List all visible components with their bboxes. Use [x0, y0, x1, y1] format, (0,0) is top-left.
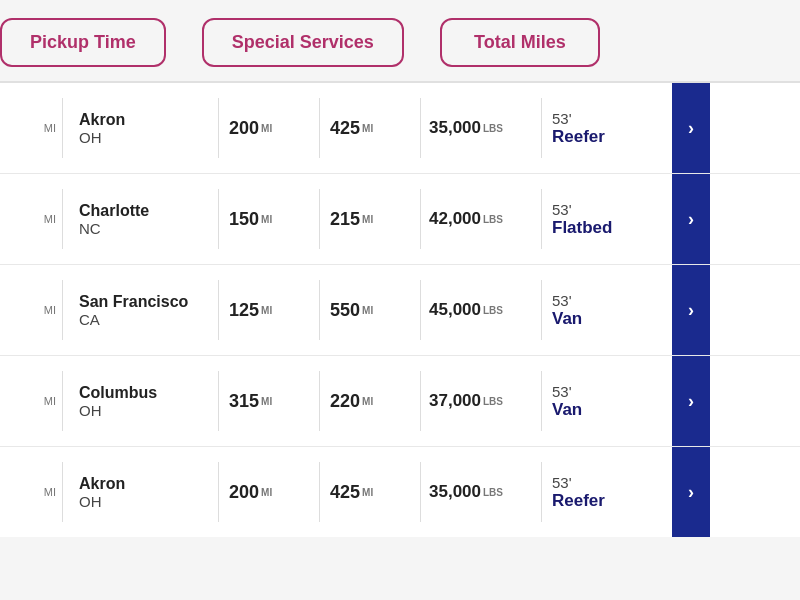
cell-destination: San Francisco CA [63, 279, 218, 342]
trailer-type: Flatbed [552, 218, 612, 238]
trailer-size: 53' [552, 474, 572, 491]
row-action-button[interactable]: › [672, 265, 710, 355]
weight-value: 35,000 [429, 482, 481, 502]
table-row: MI Charlotte NC 150 MI 215 MI 42,000 LBS… [0, 174, 800, 265]
miles2-value: 215 [330, 209, 360, 230]
cell-destination: Columbus OH [63, 370, 218, 433]
chevron-right-icon: › [688, 209, 694, 230]
cell-left-miles: MI [0, 381, 62, 421]
cell-trailer: 53' Reefer [542, 96, 672, 161]
trailer-size: 53' [552, 292, 572, 309]
destination-city: Charlotte [79, 202, 149, 220]
cell-trailer: 53' Flatbed [542, 187, 672, 252]
weight-unit: LBS [483, 123, 503, 134]
weight-unit: LBS [483, 305, 503, 316]
left-miles-unit: MI [44, 213, 56, 225]
cell-miles1: 200 MI [219, 468, 319, 517]
miles2-unit: MI [362, 123, 373, 134]
cell-miles2: 215 MI [320, 195, 420, 244]
table-row: MI Akron OH 200 MI 425 MI 35,000 LBS 53'… [0, 447, 800, 537]
chevron-right-icon: › [688, 300, 694, 321]
cell-miles1: 125 MI [219, 286, 319, 335]
row-action-button[interactable]: › [672, 356, 710, 446]
cell-destination: Akron OH [63, 97, 218, 160]
trailer-type: Van [552, 309, 582, 329]
destination-state: CA [79, 311, 100, 328]
cell-trailer: 53' Reefer [542, 460, 672, 525]
destination-state: OH [79, 129, 102, 146]
row-action-button[interactable]: › [672, 83, 710, 173]
miles1-value: 200 [229, 482, 259, 503]
miles2-value: 425 [330, 118, 360, 139]
cell-left-miles: MI [0, 290, 62, 330]
left-miles-unit: MI [44, 395, 56, 407]
destination-city: Columbus [79, 384, 157, 402]
table-row: MI San Francisco CA 125 MI 550 MI 45,000… [0, 265, 800, 356]
cell-weight: 35,000 LBS [421, 468, 541, 516]
trailer-size: 53' [552, 110, 572, 127]
chevron-right-icon: › [688, 482, 694, 503]
header-tabs: Pickup Time Special Services Total Miles [0, 0, 800, 83]
left-miles-unit: MI [44, 486, 56, 498]
destination-city: San Francisco [79, 293, 188, 311]
weight-unit: LBS [483, 487, 503, 498]
cell-left-miles: MI [0, 199, 62, 239]
miles1-value: 315 [229, 391, 259, 412]
cell-weight: 42,000 LBS [421, 195, 541, 243]
row-action-button[interactable]: › [672, 174, 710, 264]
table-container: MI Akron OH 200 MI 425 MI 35,000 LBS 53'… [0, 83, 800, 537]
cell-trailer: 53' Van [542, 369, 672, 434]
cell-miles2: 550 MI [320, 286, 420, 335]
weight-value: 35,000 [429, 118, 481, 138]
miles1-value: 200 [229, 118, 259, 139]
weight-unit: LBS [483, 214, 503, 225]
trailer-type: Reefer [552, 127, 605, 147]
miles1-unit: MI [261, 305, 272, 316]
left-miles-unit: MI [44, 304, 56, 316]
miles1-unit: MI [261, 214, 272, 225]
destination-state: NC [79, 220, 101, 237]
miles2-unit: MI [362, 487, 373, 498]
miles1-unit: MI [261, 487, 272, 498]
cell-left-miles: MI [0, 108, 62, 148]
chevron-right-icon: › [688, 118, 694, 139]
weight-value: 45,000 [429, 300, 481, 320]
cell-miles2: 425 MI [320, 468, 420, 517]
weight-value: 37,000 [429, 391, 481, 411]
destination-city: Akron [79, 111, 125, 129]
tab-special-services[interactable]: Special Services [202, 18, 404, 67]
miles2-value: 220 [330, 391, 360, 412]
cell-weight: 45,000 LBS [421, 286, 541, 334]
trailer-type: Van [552, 400, 582, 420]
cell-weight: 37,000 LBS [421, 377, 541, 425]
trailer-size: 53' [552, 201, 572, 218]
cell-trailer: 53' Van [542, 278, 672, 343]
row-action-button[interactable]: › [672, 447, 710, 537]
left-miles-unit: MI [44, 122, 56, 134]
miles2-unit: MI [362, 214, 373, 225]
cell-weight: 35,000 LBS [421, 104, 541, 152]
table-row: MI Columbus OH 315 MI 220 MI 37,000 LBS … [0, 356, 800, 447]
trailer-size: 53' [552, 383, 572, 400]
miles2-value: 550 [330, 300, 360, 321]
tab-total-miles[interactable]: Total Miles [440, 18, 600, 67]
destination-state: OH [79, 493, 102, 510]
cell-miles2: 220 MI [320, 377, 420, 426]
miles2-value: 425 [330, 482, 360, 503]
table-row: MI Akron OH 200 MI 425 MI 35,000 LBS 53'… [0, 83, 800, 174]
destination-city: Akron [79, 475, 125, 493]
trailer-type: Reefer [552, 491, 605, 511]
chevron-right-icon: › [688, 391, 694, 412]
miles2-unit: MI [362, 305, 373, 316]
cell-miles1: 200 MI [219, 104, 319, 153]
cell-destination: Akron OH [63, 461, 218, 524]
cell-miles1: 315 MI [219, 377, 319, 426]
cell-miles1: 150 MI [219, 195, 319, 244]
cell-destination: Charlotte NC [63, 188, 218, 251]
miles1-value: 125 [229, 300, 259, 321]
tab-pickup-time[interactable]: Pickup Time [0, 18, 166, 67]
cell-miles2: 425 MI [320, 104, 420, 153]
weight-unit: LBS [483, 396, 503, 407]
destination-state: OH [79, 402, 102, 419]
miles1-unit: MI [261, 396, 272, 407]
